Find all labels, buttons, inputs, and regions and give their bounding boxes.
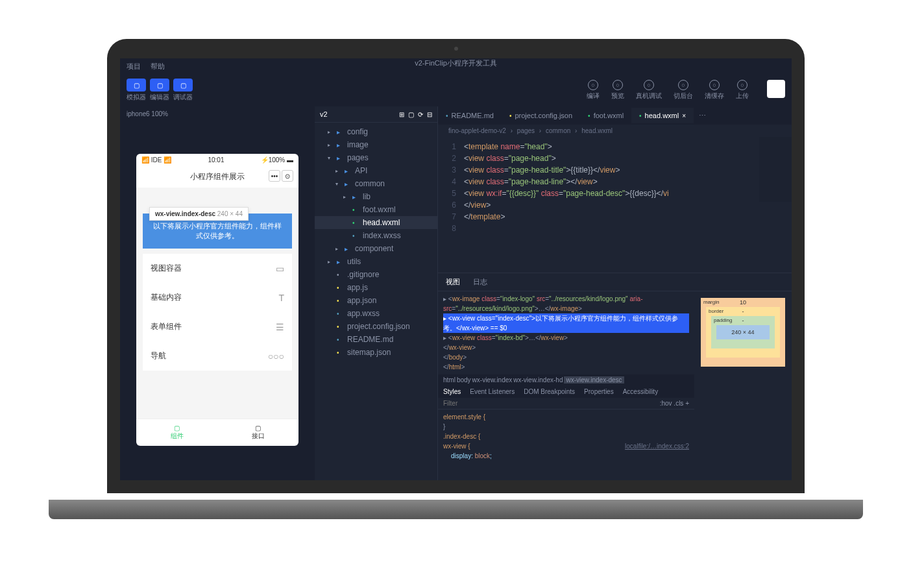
screen-bezel: v2-FinClip小程序开发工具 项目 帮助 ▢模拟器▢编辑器▢调试器 ○编译… bbox=[107, 39, 805, 493]
tree-node[interactable]: ▾▸common bbox=[315, 177, 437, 190]
tree-node[interactable]: ▸▸utils bbox=[315, 255, 437, 268]
tab-more[interactable]: ⋯ bbox=[694, 112, 711, 120]
main-area: iphone6 100% 📶 IDE 📶 10:01 ⚡100% ▬ 小程序组件… bbox=[120, 106, 792, 480]
st-tab[interactable]: Styles bbox=[443, 388, 461, 395]
dom-node[interactable]: </wx-view> bbox=[443, 343, 689, 352]
sim-item[interactable]: 基础内容T bbox=[143, 283, 292, 312]
bc-item[interactable]: html bbox=[443, 376, 456, 384]
bc-item[interactable]: wx-view.index-hd bbox=[513, 376, 563, 384]
dom-node[interactable]: </html> bbox=[443, 362, 689, 372]
simulator-panel: iphone6 100% 📶 IDE 📶 10:01 ⚡100% ▬ 小程序组件… bbox=[120, 106, 315, 480]
dt-tab-log[interactable]: 日志 bbox=[470, 276, 490, 288]
phone-tabbar: ▢组件▢接口 bbox=[136, 419, 298, 446]
avatar[interactable] bbox=[767, 80, 785, 98]
tree-node[interactable]: •app.json bbox=[315, 294, 437, 307]
editor-tab[interactable]: •head.wxml× bbox=[631, 108, 694, 123]
collapse-icon[interactable]: ⊟ bbox=[427, 111, 432, 118]
sim-item[interactable]: 导航○○○ bbox=[143, 341, 292, 371]
tree-actions: ⊞ ▢ ⟳ ⊟ bbox=[399, 111, 432, 118]
tree-node[interactable]: •index.wxss bbox=[315, 229, 437, 242]
crumb[interactable]: head.wxml bbox=[581, 127, 613, 134]
editor-tabs: •README.md•project.config.json•foot.wxml… bbox=[438, 106, 792, 125]
tree-node[interactable]: ▸▸lib bbox=[315, 190, 437, 203]
new-file-icon[interactable]: ⊞ bbox=[399, 111, 404, 118]
act-5[interactable]: ○上传 bbox=[736, 80, 749, 101]
tree-node[interactable]: ▾▸pages bbox=[315, 151, 437, 164]
status-right: ⚡100% ▬ bbox=[261, 156, 293, 164]
toolbar: ▢模拟器▢编辑器▢调试器 ○编译○预览○真机调试○切后台○清缓存○上传 bbox=[120, 74, 792, 106]
st-tab[interactable]: Accessibility bbox=[623, 388, 658, 395]
act-0[interactable]: ○编译 bbox=[587, 80, 600, 101]
tb-2[interactable]: ▢调试器 bbox=[173, 79, 193, 102]
editor-tab[interactable]: •foot.wxml bbox=[580, 108, 631, 123]
bc-item[interactable]: wx-view.index-desc bbox=[564, 376, 624, 384]
devtools-top-tabs: 视图 日志 bbox=[438, 273, 792, 291]
act-1[interactable]: ○预览 bbox=[611, 80, 624, 101]
ph-tab[interactable]: ▢接口 bbox=[217, 419, 298, 446]
tree-node[interactable]: •README.md bbox=[315, 333, 437, 346]
tree-node[interactable]: •foot.wxml bbox=[315, 203, 437, 216]
styles-pane[interactable]: element.style {}.index-desc {</span></di… bbox=[438, 409, 694, 463]
dom-node[interactable]: ▸ <wx-image class="index-logo" src="../r… bbox=[443, 294, 689, 313]
minimap[interactable] bbox=[759, 137, 792, 202]
act-4[interactable]: ○清缓存 bbox=[705, 80, 724, 101]
st-tab[interactable]: Properties bbox=[584, 388, 614, 395]
filter-input[interactable] bbox=[443, 400, 660, 407]
refresh-icon[interactable]: ⟳ bbox=[418, 111, 423, 118]
act-2[interactable]: ○真机调试 bbox=[636, 80, 662, 101]
crumb[interactable]: pages bbox=[517, 127, 535, 134]
tree-node[interactable]: ▸▸API bbox=[315, 164, 437, 177]
phone-body: wx-view.index-desc 240 × 44 以下将展示小程序官方组件… bbox=[136, 188, 298, 419]
sim-item[interactable]: 视图容器▭ bbox=[143, 254, 292, 283]
styles-filter: :hov .cls + bbox=[438, 398, 694, 409]
dom-tree[interactable]: ▸ <wx-image class="index-logo" src="../r… bbox=[438, 291, 694, 374]
dom-node[interactable]: ▸ <wx-view class="index-desc">以下将展示小程序官方… bbox=[443, 313, 689, 333]
status-left: 📶 IDE 📶 bbox=[141, 156, 171, 164]
app-title-text: 小程序组件展示 bbox=[190, 172, 245, 181]
editor-tab[interactable]: •project.config.json bbox=[502, 108, 580, 123]
tree-node[interactable]: ▸▸config bbox=[315, 125, 437, 138]
editor-panel: •README.md•project.config.json•foot.wxml… bbox=[438, 106, 792, 480]
capsule-close[interactable]: ⊙ bbox=[282, 170, 293, 182]
window-title: v2-FinClip小程序开发工具 bbox=[415, 58, 497, 68]
new-folder-icon[interactable]: ▢ bbox=[408, 111, 414, 118]
tree-node[interactable]: •sitemap.json bbox=[315, 346, 437, 359]
crumb[interactable]: fino-applet-demo-v2 bbox=[448, 127, 506, 134]
bc-item[interactable]: body bbox=[457, 376, 471, 384]
tree-node[interactable]: •app.js bbox=[315, 281, 437, 294]
tree-node[interactable]: ▸▸image bbox=[315, 138, 437, 151]
tree-node[interactable]: •project.config.json bbox=[315, 320, 437, 333]
dom-node[interactable]: ▸ <wx-view class="index-bd">…</wx-view> bbox=[443, 333, 689, 343]
code-line: 5 <view wx:if="{{desc}}" class="page-hea… bbox=[438, 188, 792, 199]
bm-border-label: border bbox=[709, 308, 723, 314]
code-editor[interactable]: 1<template name="head">2 <view class="pa… bbox=[438, 137, 792, 273]
simulator-device[interactable]: iphone6 100% bbox=[120, 106, 315, 121]
tb-1[interactable]: ▢编辑器 bbox=[150, 79, 169, 102]
tb-0[interactable]: ▢模拟器 bbox=[127, 79, 146, 102]
tree-node[interactable]: ▸▸component bbox=[315, 242, 437, 255]
code-line: 6 </view> bbox=[438, 199, 792, 211]
dom-node[interactable]: </body> bbox=[443, 352, 689, 362]
ph-tab[interactable]: ▢组件 bbox=[136, 419, 217, 446]
tooltip-size: 240 × 44 bbox=[217, 210, 243, 217]
menu-help[interactable]: 帮助 bbox=[151, 62, 165, 71]
editor-tab[interactable]: •README.md bbox=[438, 108, 502, 123]
bc-item[interactable]: wx-view.index bbox=[472, 376, 513, 384]
dt-tab-view[interactable]: 视图 bbox=[443, 276, 463, 288]
st-tab[interactable]: DOM Breakpoints bbox=[524, 388, 575, 395]
filter-actions[interactable]: :hov .cls + bbox=[660, 400, 689, 407]
camera-dot bbox=[454, 47, 458, 51]
menu-project[interactable]: 项目 bbox=[127, 62, 141, 71]
act-3[interactable]: ○切后台 bbox=[674, 80, 693, 101]
tree-node[interactable]: •app.wxss bbox=[315, 307, 437, 320]
tree-node[interactable]: •head.wxml bbox=[315, 216, 437, 229]
st-tab[interactable]: Event Listeners bbox=[470, 388, 515, 395]
bm-margin-top: 10 bbox=[740, 299, 746, 306]
bm-padding-top: - bbox=[742, 317, 744, 324]
sim-item[interactable]: 表单组件☰ bbox=[143, 312, 292, 341]
tree-node[interactable]: •.gitignore bbox=[315, 268, 437, 281]
inspect-tooltip: wx-view.index-desc 240 × 44 bbox=[149, 207, 249, 221]
capsule-more[interactable]: ••• bbox=[269, 170, 280, 182]
app-title: 小程序组件展示 ••• ⊙ bbox=[136, 166, 298, 188]
crumb[interactable]: common bbox=[546, 127, 570, 134]
